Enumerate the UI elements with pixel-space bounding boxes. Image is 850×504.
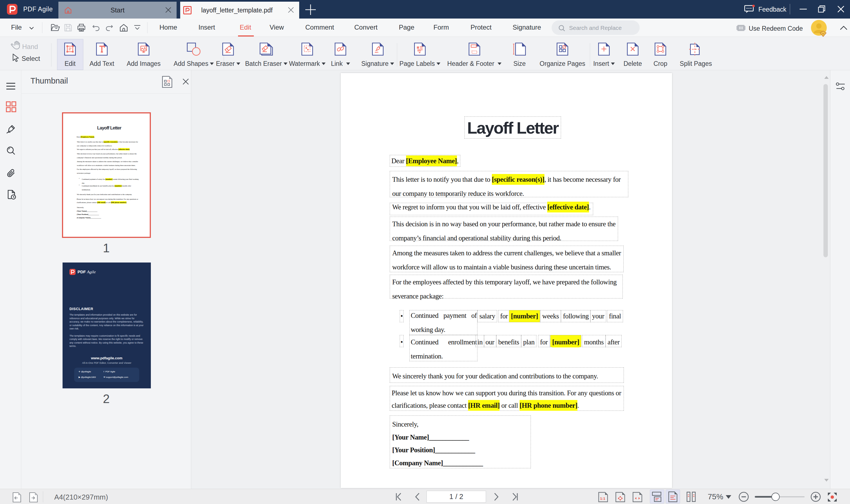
svg-text:1:1: 1:1 bbox=[600, 497, 605, 501]
